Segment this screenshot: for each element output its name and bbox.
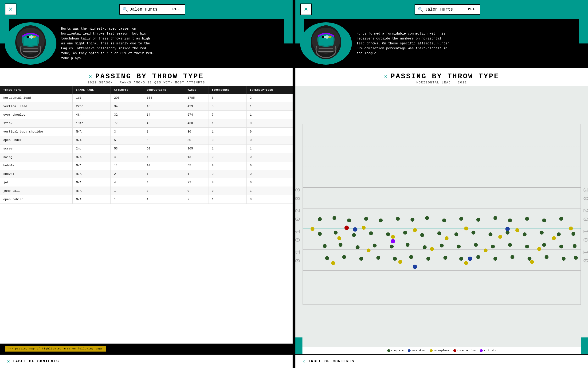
footer-note-1: >>> passing map of highlighted area on f… (5, 346, 106, 351)
table-cell: 1 (184, 170, 208, 178)
table-cell: 0 (209, 170, 247, 178)
svg-point-89 (459, 257, 463, 261)
table-cell: 0 (209, 161, 247, 170)
legend-incomplete: Incomplete (430, 349, 449, 352)
table-cell: 2 (111, 170, 143, 178)
close-x-icon: ✕ (9, 6, 13, 13)
footer-bar-1: >>> passing map of highlighted area on f… (0, 344, 293, 354)
svg-text:0: 0 (581, 196, 588, 201)
svg-point-119 (505, 227, 510, 231)
svg-point-80 (573, 244, 577, 248)
svg-point-113 (398, 260, 402, 264)
svg-point-108 (367, 248, 371, 252)
table-cell: 5 (143, 136, 184, 145)
svg-point-50 (334, 231, 338, 235)
svg-point-56 (437, 231, 441, 235)
divider-2 (465, 6, 465, 13)
svg-point-93 (528, 257, 532, 261)
table-cell: 16 (143, 102, 184, 111)
complete-dot (387, 349, 390, 352)
table-cell: 50 (184, 136, 208, 145)
section-title-wrap-2: ✕ PASSING BY THROW TYPE HORIZONTAL LEAD … (295, 68, 588, 86)
svg-text:0: 0 (581, 259, 588, 263)
svg-point-118 (413, 265, 417, 269)
svg-point-59 (489, 232, 493, 236)
svg-point-111 (537, 247, 541, 251)
table-cell: N/A (73, 128, 111, 136)
panel-1: ✕ 🔍 PFF (0, 0, 293, 368)
table-cell: 7 (209, 111, 247, 119)
svg-point-85 (393, 257, 397, 261)
table-cell: 2 (247, 94, 293, 102)
svg-point-90 (476, 255, 480, 259)
svg-point-107 (552, 236, 556, 240)
legend-touchdown: Touchdown (408, 349, 425, 352)
svg-text:1: 1 (295, 229, 302, 233)
col-completions: completions (143, 86, 184, 94)
svg-point-40 (425, 216, 429, 220)
table-cell: 1 (209, 195, 247, 204)
toc-bar-2[interactable]: ✕ Table of Contents (295, 354, 588, 368)
section-subtitle-1: 2022 SEASON | RANKS AMONG 32 QBs WITH MO… (0, 81, 293, 84)
table-cell: bubble (0, 161, 73, 170)
stats-table-1: throw type grade rank attempts completio… (0, 86, 293, 204)
table-cell: 3 (111, 128, 143, 136)
toc-bar-1[interactable]: ✕ Table of Contents (0, 354, 293, 368)
table-cell: 1 (209, 145, 247, 153)
table-cell: 7 (184, 195, 208, 204)
table-cell: 11 (111, 161, 143, 170)
table-cell: open under (0, 136, 73, 145)
table-cell: 4 (143, 178, 184, 187)
svg-point-36 (364, 217, 368, 221)
table-cell: 1st (73, 94, 111, 102)
svg-point-67 (356, 245, 359, 249)
search-bar-2[interactable]: 🔍 PFF (414, 4, 480, 15)
table-row: horizontal lead1st205154178562 (0, 94, 293, 102)
search-input-2[interactable] (425, 7, 462, 12)
svg-point-73 (457, 245, 461, 249)
svg-point-109 (430, 247, 434, 251)
table-cell: vertical back shoulder (0, 128, 73, 136)
table-row: screen2nd535030511 (0, 145, 293, 153)
table-cell: 205 (111, 94, 143, 102)
svg-point-49 (318, 232, 322, 236)
search-bar-1[interactable]: 🔍 PFF (119, 4, 185, 15)
svg-point-103 (337, 236, 341, 240)
player-avatar-1 (5, 22, 56, 65)
table-cell: 0 (247, 195, 293, 204)
table-cell: 0 (247, 170, 293, 178)
table-cell: 0 (247, 136, 293, 145)
svg-text:0: 0 (581, 217, 588, 221)
svg-point-35 (347, 219, 351, 222)
table-cell: 0 (209, 178, 247, 187)
svg-point-3 (27, 36, 29, 38)
svg-text:1: 1 (581, 229, 588, 233)
touchdown-dot (408, 349, 411, 352)
svg-point-65 (323, 244, 327, 248)
search-input-1[interactable] (130, 7, 167, 12)
close-button-1[interactable]: ✕ (5, 3, 17, 15)
table-cell: 0 (209, 187, 247, 195)
legend-pick-six: Pick Six (480, 349, 496, 352)
table-cell: 4 (111, 153, 143, 161)
pick-six-label: Pick Six (484, 349, 496, 352)
svg-point-42 (459, 217, 463, 221)
table-cell: 1 (247, 102, 293, 111)
table-container-1[interactable]: throw type grade rank attempts completio… (0, 86, 293, 344)
close-button-2[interactable]: ✕ (300, 3, 312, 15)
table-row: open behindN/A11710 (0, 195, 293, 204)
svg-point-43 (476, 218, 480, 222)
table-cell: N/A (73, 195, 111, 204)
svg-point-112 (331, 261, 335, 265)
svg-point-99 (413, 228, 417, 232)
table-cell: 0 (143, 187, 184, 195)
pff-logo-2: PFF (468, 7, 475, 11)
svg-text:0: 0 (295, 259, 302, 263)
table-cell: jet (0, 178, 73, 187)
svg-point-79 (559, 245, 563, 249)
svg-text:3: 3 (581, 188, 588, 192)
table-cell: 1 (111, 195, 143, 204)
table-cell: vertical lead (0, 102, 73, 111)
panel-separator (293, 0, 295, 368)
table-cell: over shoulder (0, 111, 73, 119)
